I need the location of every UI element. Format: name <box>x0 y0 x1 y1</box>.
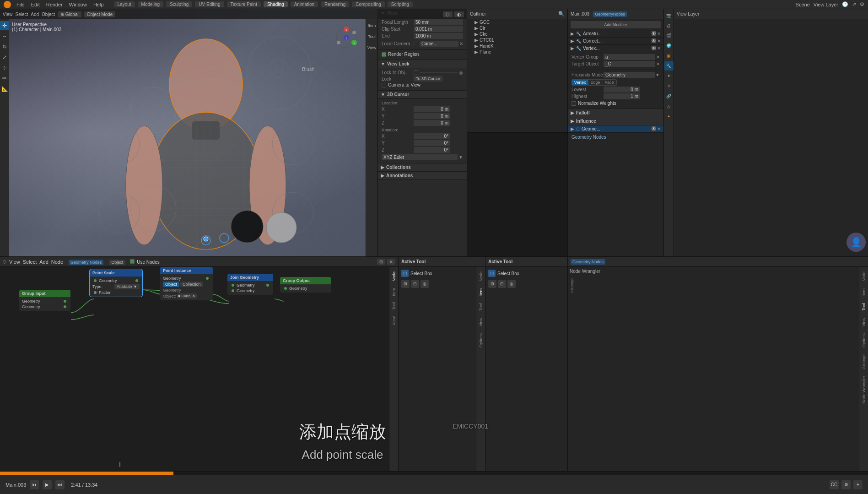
node-jg-geo-out[interactable] <box>266 284 269 287</box>
viewport-3d[interactable]: View Select Add Object ⊕ Global Object M… <box>0 9 467 256</box>
atl-node-tab[interactable]: Node <box>478 269 484 284</box>
share-icon[interactable]: ↗ <box>852 1 856 7</box>
mode-icon-1[interactable]: ⊞ <box>401 280 410 288</box>
view-tab-icon[interactable]: View <box>367 43 377 52</box>
node-close-btn[interactable]: ✕ <box>387 259 395 265</box>
tab-layout[interactable]: Layout <box>114 1 135 7</box>
transform-tool-icon[interactable]: ⊹ <box>0 63 9 72</box>
mod-close-icon[interactable]: ✕ <box>657 31 661 36</box>
viewport-mode-btn[interactable]: Object Mode <box>84 11 116 17</box>
node-tab-item[interactable]: Item <box>391 285 397 299</box>
object-icon[interactable]: ▣ <box>664 51 674 60</box>
data-icon[interactable]: △ <box>664 102 674 111</box>
node-add-menu[interactable]: Add <box>39 259 49 265</box>
add-modifier-button[interactable]: Add Modifier <box>571 21 661 28</box>
next-button[interactable]: ⏭ <box>55 480 65 489</box>
modifier-geome[interactable]: ▶ ⬡ Geome... 👁 ✕ <box>568 125 663 133</box>
node-join-geometry[interactable]: Join Geometry Geometry Geometry <box>227 274 273 295</box>
rg-view-tab[interactable]: View <box>861 315 867 329</box>
item-tab-icon[interactable]: Item <box>367 21 377 30</box>
cursor-tool-icon[interactable]: ✛ <box>0 21 9 30</box>
viewport-menu-view[interactable]: View <box>3 12 13 17</box>
local-camera-close[interactable]: ✕ <box>459 41 463 46</box>
node-editor[interactable]: ⬡ View Select Add Node Geometry Nodes Ob… <box>0 256 398 471</box>
viewport-menu-object[interactable]: Object <box>42 12 55 17</box>
cursor-y-input[interactable]: 0 m <box>414 113 450 119</box>
node-jg-geo-in2[interactable] <box>232 289 234 292</box>
node-jg-geo-in1[interactable] <box>232 284 234 287</box>
node-ps-geo-out[interactable] <box>135 279 138 282</box>
lock-obj-eyedropper[interactable]: ◎ <box>459 70 463 75</box>
use-nodes-checkbox[interactable]: Use Nodes <box>130 259 160 265</box>
render-icon[interactable]: 📷 <box>664 11 674 20</box>
node-node-menu[interactable]: Node <box>51 259 63 265</box>
atl-item-tab[interactable]: Item <box>478 286 484 299</box>
influence-section[interactable]: ▶Influence <box>568 117 663 125</box>
node-pi-obj-btn[interactable]: Object <box>163 282 179 287</box>
outliner-item-cir[interactable]: ▶ Cir <box>467 25 567 31</box>
node-pi-coll-btn[interactable]: Collection <box>180 282 203 287</box>
particles-icon[interactable]: ✦ <box>664 71 674 81</box>
scale-tool-icon[interactable]: ⤢ <box>0 53 9 62</box>
rg-node-tab[interactable]: Node <box>861 269 867 284</box>
mod-close-icon4[interactable]: ✕ <box>657 126 661 131</box>
collections-section[interactable]: ▶Collections <box>378 163 467 172</box>
highest-input[interactable]: 1 m <box>604 93 640 99</box>
scene-icon[interactable]: 🎬 <box>664 31 674 40</box>
node-point-scale[interactable]: Point Scale Geometry Type: Attribute ▼ F <box>90 269 142 297</box>
world-icon[interactable]: 🌍 <box>664 41 674 50</box>
select-box-icon[interactable]: □ <box>401 270 409 277</box>
timeline-progress[interactable] <box>0 472 173 475</box>
tab-scripting[interactable]: Scripting <box>388 1 413 7</box>
cursor-z-input[interactable]: 0 m <box>414 120 450 126</box>
annotations-section[interactable]: ▶Annotations <box>378 172 467 180</box>
mod-close-icon3[interactable]: ✕ <box>657 46 661 51</box>
mode-icon-2[interactable]: ⊟ <box>411 280 419 288</box>
node-tab-tool[interactable]: Tool <box>391 299 397 313</box>
rg-item-tab[interactable]: Item <box>861 286 867 299</box>
target-object-input[interactable]: _C <box>604 61 655 67</box>
node-pi-object-value[interactable]: ■ Cube. ✕ <box>177 293 197 299</box>
mod-eye-icon4[interactable]: 👁 <box>652 126 656 131</box>
rg-options-tab[interactable]: Options <box>861 331 867 350</box>
mode-icon-3[interactable]: ◎ <box>421 280 429 288</box>
lock-obj-checkbox[interactable] <box>414 71 418 75</box>
node-gi-geo-socket[interactable] <box>64 300 66 303</box>
node-gi-geo-socket2[interactable] <box>64 305 66 308</box>
cursor-rot-y[interactable]: 0° <box>414 140 450 146</box>
camera-to-view-checkbox[interactable] <box>382 83 386 87</box>
local-camera-checkbox[interactable] <box>414 42 418 46</box>
tool-tab-icon[interactable]: Tool <box>367 32 377 41</box>
viewport-menu-select[interactable]: Select <box>16 12 28 17</box>
proximity-mode-select[interactable]: Geometry <box>604 72 655 78</box>
cursor-x-input[interactable]: 0 m <box>414 106 450 112</box>
edge-btn[interactable]: Edge <box>588 80 603 85</box>
falloff-section[interactable]: ▶Falloff <box>568 109 663 117</box>
to-3d-cursor-btn[interactable]: To 3D Cursor <box>414 76 442 81</box>
right-mode-icon-1[interactable]: ⊞ <box>488 280 496 288</box>
node-canvas[interactable]: Group Input Geometry Geometry Point Sc <box>0 267 398 471</box>
rotate-tool-icon[interactable]: ↻ <box>0 42 9 51</box>
normalize-weights-cb[interactable] <box>571 101 576 106</box>
viewport-menu-add[interactable]: Add <box>31 12 39 17</box>
play-button[interactable]: ▶ <box>43 480 52 489</box>
outliner-item-ctc01[interactable]: ▶ CTC01 <box>467 37 567 43</box>
timeline[interactable] <box>0 472 868 475</box>
output-icon[interactable]: 🖨 <box>664 21 674 30</box>
right-mode-icon-3[interactable]: ◎ <box>507 280 516 288</box>
tab-rendering[interactable]: Rendering <box>321 1 349 7</box>
render-region-checkbox[interactable] <box>382 52 386 57</box>
proximity-chevron[interactable]: ▼ <box>655 72 660 77</box>
node-select-menu[interactable]: Select <box>23 259 37 265</box>
outliner-item-handk[interactable]: ▶ HandK <box>467 43 567 49</box>
mod-eye-icon2[interactable]: 👁 <box>652 38 656 43</box>
node-point-instance[interactable]: Point Instance Geometry Object Collectio… <box>160 267 213 300</box>
node-tab-node[interactable]: Node <box>391 269 397 284</box>
view-lock-section[interactable]: ▼View Lock <box>378 60 467 68</box>
prev-button[interactable]: ⏮ <box>30 480 39 489</box>
cursor-3d-section[interactable]: ▼3D Cursor <box>378 91 467 99</box>
modifier-vertex[interactable]: ▶ 🔧 Vertex... 👁 ✕ <box>568 45 663 52</box>
mod-eye-icon3[interactable]: 👁 <box>652 46 656 50</box>
node-slot-btn[interactable]: ⊞ <box>377 259 385 265</box>
menu-file[interactable]: File <box>16 2 25 7</box>
